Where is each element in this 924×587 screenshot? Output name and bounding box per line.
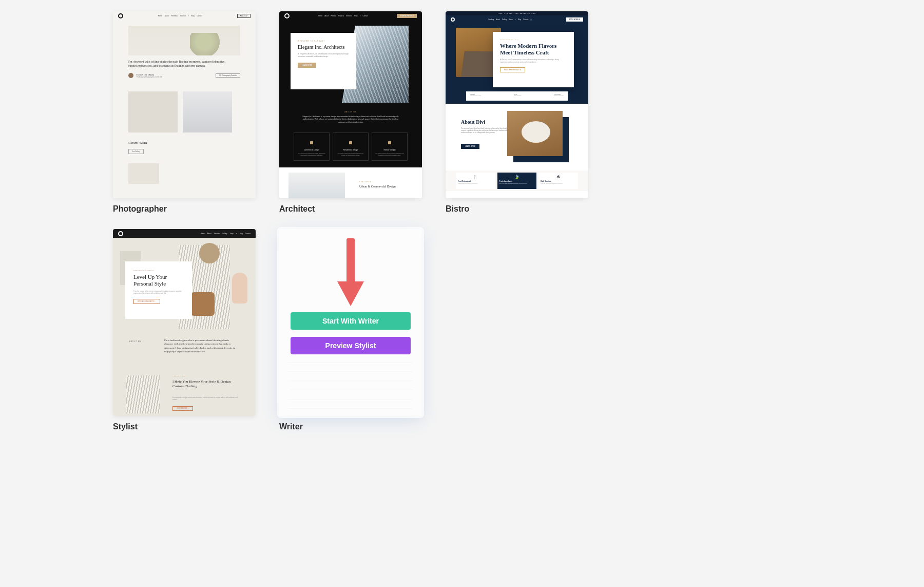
preview-section-button: See Gallery — [128, 149, 144, 154]
preview-panel-title: Level Up Your Personal Style — [133, 274, 184, 287]
preview-feature-box: 🍴 Food Reimagined Classic dishes with a … — [456, 173, 495, 189]
preview-card-tag: WELCOME TO DIVI — [500, 39, 567, 41]
template-label: Photographer — [113, 204, 256, 214]
feature-title: Food Reimagined — [458, 180, 493, 182]
preview-portrait — [232, 273, 247, 304]
preview-mid: About Divi Our seasonal menu flows fresh… — [446, 104, 588, 171]
preview-about2-title: I Help You Elevate Your Style & Design C… — [172, 380, 234, 389]
preview-panel-button: BOOK A CONSULTATION → — [133, 299, 160, 304]
template-thumbnail-architect[interactable]: Home About Portfolio Projects Services S… — [279, 11, 422, 198]
feature-icon: ✻ — [541, 175, 576, 179]
preview-nav: Landing About Gallery Menu ▾ Blog Contac… — [446, 15, 588, 24]
preview-panel-button: LEARN MORE — [298, 63, 316, 68]
preview-image — [128, 163, 159, 184]
preview-hero-card: WELCOME TO DIVI Where Modern Flavors Mee… — [493, 32, 574, 87]
arrow-down-icon — [335, 238, 366, 308]
template-label: Stylist — [113, 422, 256, 431]
preview-feature-box: Residential Design We design homes that … — [333, 132, 369, 161]
preview-panel-body: At Elegant Inc Architects, we are dedica… — [298, 53, 349, 58]
preview-bottom-images — [128, 163, 240, 184]
feature-title: Interior Design — [375, 149, 404, 151]
feature-icon: 🍃 — [499, 175, 535, 179]
svg-rect-0 — [346, 238, 355, 282]
template-thumbnail-writer[interactable]: Start With Writer Preview Stylist — [279, 229, 422, 416]
preview-nav-menu: Home About Portfolio Projects Services S… — [318, 15, 368, 17]
preview-body: WELCOME TO ELEGANT Elegant Inc. Architec… — [279, 21, 422, 167]
logo-icon — [284, 13, 290, 18]
preview-nav-menu: Landing About Gallery Menu ▾ Blog Contac… — [488, 18, 532, 21]
feature-icon — [349, 141, 352, 144]
preview-mid-button: LEARN MORE — [461, 144, 479, 149]
template-label: Architect — [279, 204, 422, 214]
preview-template-button[interactable]: Preview Stylist — [291, 337, 411, 354]
feature-title: Residential Design — [336, 149, 365, 151]
feature-icon — [310, 141, 313, 144]
preview-feature-box: ✻ Daily Specials Every day offers someth… — [538, 173, 578, 189]
preview-secondary-image — [126, 375, 160, 413]
preview-nav-button: START A PROJECT — [397, 14, 417, 18]
preview-image-grid — [128, 91, 240, 132]
preview-feature-box: 🍃 Fresh Ingredients Every dish starts wi… — [497, 173, 537, 189]
preview-nav: Home About Services Gallery Shop ▾ Blog … — [113, 229, 256, 238]
preview-image — [183, 91, 232, 132]
template-thumbnail-photographer[interactable]: Home About Portfolios Services ▾ Blog Co… — [113, 11, 256, 198]
preview-faded-lines — [288, 352, 413, 409]
preview-footer-image — [288, 173, 345, 198]
preview-feature-box: Commercial Design Our commercial designs… — [294, 132, 330, 161]
feature-body: We design homes that harmonize beauty an… — [336, 153, 365, 156]
preview-footer: FEATURED Urban & Commercial Design — [279, 167, 422, 198]
preview-nav: Home About Portfolio Projects Services S… — [279, 11, 422, 21]
template-thumbnail-bistro[interactable]: (555) 123-4568 FOR RESERVATIONS Landing … — [446, 11, 588, 198]
preview-feature-boxes: Commercial Design Our commercial designs… — [294, 132, 408, 161]
cart-icon: 🛒 — [530, 18, 532, 21]
feature-title: Fresh Ingredients — [499, 180, 535, 182]
author-subtitle: Professional Photographer in NY, US — [137, 76, 162, 78]
preview-panel-tag: PERSONAL STYLIST — [133, 270, 184, 271]
preview-about-body: I'm a fashion designer who is passionate… — [164, 338, 237, 353]
preview-about-body: Elegant Inc. Architects is a premier des… — [300, 116, 401, 124]
preview-section-title: Recent Work — [128, 141, 240, 145]
preview-hero-image — [128, 26, 240, 55]
logo-icon — [118, 13, 123, 18]
template-card-writer: Start With Writer Preview Stylist Writer — [279, 229, 422, 431]
feature-icon: 🍴 — [458, 175, 493, 179]
preview-nav-button: Reach Out — [237, 14, 251, 18]
preview-hero: WELCOME TO DIVI Where Modern Flavors Mee… — [446, 24, 588, 104]
preview-author-row: Hello! I'm Olivia Professional Photograp… — [128, 73, 240, 78]
logo-icon — [451, 17, 455, 22]
preview-about2-button: VIEW SERVICES → — [172, 406, 193, 411]
feature-icon — [388, 141, 391, 144]
template-card-bistro: (555) 123-4568 FOR RESERVATIONS Landing … — [446, 11, 588, 214]
preview-top-banner: (555) 123-4568 FOR RESERVATIONS — [446, 11, 588, 15]
preview-info-bar: HOURSOpen Daily 9am - 10pm CALL(555) 555… — [466, 91, 568, 101]
avatar — [128, 73, 133, 78]
feature-body: Our interior design services transform s… — [375, 153, 404, 156]
feature-body: Every day offers something different to … — [541, 183, 576, 184]
template-card-photographer: Home About Portfolios Services ▾ Blog Co… — [113, 11, 256, 214]
preview-panel-title: Elegant Inc. Architects — [298, 44, 349, 50]
preview-footer-title: Urban & Commercial Design — [359, 185, 396, 188]
preview-about-tag: ABOUT US — [300, 111, 401, 113]
preview-hero-panel: WELCOME TO ELEGANT Elegant Inc. Architec… — [291, 33, 356, 89]
template-thumbnail-stylist[interactable]: Home About Services Gallery Shop ▾ Blog … — [113, 229, 256, 416]
feature-title: Daily Specials — [541, 180, 576, 182]
info-col: HOURSOpen Daily 9am - 10pm — [470, 93, 481, 99]
preview-card-title: Where Modern Flavors Meet Timeless Craft — [500, 43, 567, 55]
preview-nav-menu: Home About Portfolios Services ▾ Blog Co… — [158, 15, 202, 17]
info-col: LOCATIONBrooklyn • Now Open — [554, 93, 564, 99]
preview-features: 🍴 Food Reimagined Classic dishes with a … — [446, 171, 588, 191]
preview-hero-panel: PERSONAL STYLIST Level Up Your Personal … — [125, 261, 192, 319]
preview-nav: Home About Portfolios Services ▾ Blog Co… — [113, 11, 256, 21]
feature-body: Our commercial designs are crafted to en… — [297, 153, 326, 156]
template-card-stylist: Home About Services Gallery Shop ▾ Blog … — [113, 229, 256, 431]
template-label: Writer — [279, 422, 422, 431]
preview-body: I'm obsessed with telling stories throug… — [113, 21, 256, 198]
preview-panel-body: From the runway to the streets, my appro… — [133, 290, 184, 294]
start-with-template-button[interactable]: Start With Writer — [291, 312, 411, 330]
preview-nav-menu: Home About Services Gallery Shop ▾ Blog … — [201, 233, 251, 235]
logo-icon — [118, 231, 123, 236]
template-grid: Home About Portfolios Services ▾ Blog Co… — [113, 11, 588, 431]
preview-nav-button: BOOK A TABLE — [566, 17, 583, 22]
feature-body: Classic dishes with a bold new perspecti… — [458, 183, 493, 184]
preview-about2-body: From wardrobe editing to custom-sewn alt… — [172, 397, 239, 401]
